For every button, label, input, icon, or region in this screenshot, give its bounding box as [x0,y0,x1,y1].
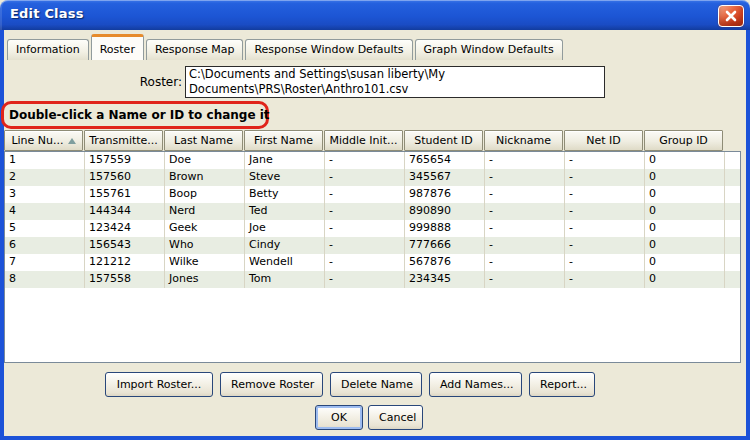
table-cell[interactable]: 121212 [85,254,165,271]
table-cell[interactable]: 987876 [405,186,485,203]
table-cell[interactable]: Jones [165,271,245,288]
table-cell[interactable]: 777666 [405,237,485,254]
table-cell[interactable]: - [485,169,565,186]
table-cell[interactable]: Joe [245,220,325,237]
table-cell[interactable]: 234345 [405,271,485,288]
table-cell[interactable]: Geek [165,220,245,237]
table-cell[interactable]: - [325,237,405,254]
table-cell[interactable]: 157559 [85,152,165,169]
import-roster-button[interactable]: Import Roster... [105,372,213,397]
table-row[interactable]: 4144344NerdTed-890890--0 [5,203,740,220]
table-cell[interactable]: Ted [245,203,325,220]
table-cell[interactable]: 8 [5,271,85,288]
table-cell[interactable]: Steve [245,169,325,186]
table-cell[interactable]: 7 [5,254,85,271]
table-cell[interactable]: - [325,220,405,237]
report-button[interactable]: Report... [529,372,595,397]
remove-roster-button[interactable]: Remove Roster [220,372,323,397]
table-cell[interactable]: 890890 [405,203,485,220]
header-cell-nickname[interactable]: Nickname [484,130,563,151]
table-cell[interactable]: Wilke [165,254,245,271]
header-cell-line-nu[interactable]: Line Nu... [4,130,83,151]
header-cell-last-name[interactable]: Last Name [164,130,243,151]
table-cell[interactable]: 0 [645,186,725,203]
table-cell[interactable]: 157560 [85,169,165,186]
table-cell[interactable]: - [325,152,405,169]
table-row[interactable]: 8157558JonesTom-234345--0 [5,271,740,288]
table-cell[interactable]: - [565,220,645,237]
ok-button[interactable]: OK [315,405,363,430]
table-cell[interactable]: 0 [645,203,725,220]
table-cell[interactable]: Tom [245,271,325,288]
roster-path-field[interactable]: C:\Documents and Settings\susan liberty\… [185,66,605,98]
table-cell[interactable]: 4 [5,203,85,220]
table-cell[interactable]: - [485,237,565,254]
table-cell[interactable]: Wendell [245,254,325,271]
table-cell[interactable]: - [565,237,645,254]
tab-response-window-defaults[interactable]: Response Window Defaults [245,39,412,60]
table-cell[interactable]: - [565,169,645,186]
add-names-button[interactable]: Add Names... [429,372,522,397]
table-cell[interactable]: 5 [5,220,85,237]
table-cell[interactable]: 0 [645,271,725,288]
table-cell[interactable]: - [325,169,405,186]
header-cell-net-id[interactable]: Net ID [564,130,643,151]
table-cell[interactable]: Cindy [245,237,325,254]
table-cell[interactable]: 999888 [405,220,485,237]
table-cell[interactable]: 157558 [85,271,165,288]
table-cell[interactable]: - [485,186,565,203]
table-cell[interactable]: 567876 [405,254,485,271]
table-cell[interactable]: 345567 [405,169,485,186]
table-cell[interactable]: 1 [5,152,85,169]
table-cell[interactable]: 0 [645,152,725,169]
table-cell[interactable]: Nerd [165,203,245,220]
table-cell[interactable]: - [485,220,565,237]
table-row[interactable]: 5123424GeekJoe-999888--0 [5,220,740,237]
table-cell[interactable]: - [565,203,645,220]
table-row[interactable]: 7121212WilkeWendell-567876--0 [5,254,740,271]
table-cell[interactable]: - [565,152,645,169]
table-cell[interactable]: - [325,186,405,203]
table-cell[interactable]: Who [165,237,245,254]
table-cell[interactable]: 123424 [85,220,165,237]
table-cell[interactable]: 0 [645,220,725,237]
table-cell[interactable]: Jane [245,152,325,169]
table-cell[interactable]: - [485,203,565,220]
table-row[interactable]: 3155761BoopBetty-987876--0 [5,186,740,203]
table-cell[interactable]: - [485,271,565,288]
header-cell-student-id[interactable]: Student ID [404,130,483,151]
table-cell[interactable]: Brown [165,169,245,186]
table-cell[interactable]: Doe [165,152,245,169]
table-cell[interactable]: Boop [165,186,245,203]
tab-information[interactable]: Information [7,39,89,60]
header-cell-transmitte[interactable]: Transmitte... [84,130,163,151]
table-cell[interactable]: 0 [645,237,725,254]
table-cell[interactable]: 0 [645,254,725,271]
table-cell[interactable]: Betty [245,186,325,203]
table-cell[interactable]: 155761 [85,186,165,203]
delete-name-button[interactable]: Delete Name [330,372,422,397]
table-cell[interactable]: - [485,152,565,169]
table-row[interactable]: 1157559DoeJane-765654--0 [5,152,740,169]
table-cell[interactable]: - [565,186,645,203]
table-cell[interactable]: - [325,203,405,220]
table-cell[interactable]: - [325,271,405,288]
header-cell-middle-init[interactable]: Middle Init... [324,130,403,151]
table-cell[interactable]: 156543 [85,237,165,254]
table-cell[interactable]: - [485,254,565,271]
table-cell[interactable]: 765654 [405,152,485,169]
table-row[interactable]: 6156543WhoCindy-777666--0 [5,237,740,254]
cancel-button[interactable]: Cancel [368,405,423,430]
close-button[interactable] [718,5,744,27]
tab-roster[interactable]: Roster [91,34,144,60]
tab-response-map[interactable]: Response Map [146,39,244,60]
table-cell[interactable]: - [565,271,645,288]
table-cell[interactable]: 144344 [85,203,165,220]
table-row[interactable]: 2157560BrownSteve-345567--0 [5,169,740,186]
table-cell[interactable]: 6 [5,237,85,254]
table-cell[interactable]: 0 [645,169,725,186]
header-cell-first-name[interactable]: First Name [244,130,323,151]
table-cell[interactable]: 3 [5,186,85,203]
table-cell[interactable]: - [565,254,645,271]
table-cell[interactable]: - [325,254,405,271]
